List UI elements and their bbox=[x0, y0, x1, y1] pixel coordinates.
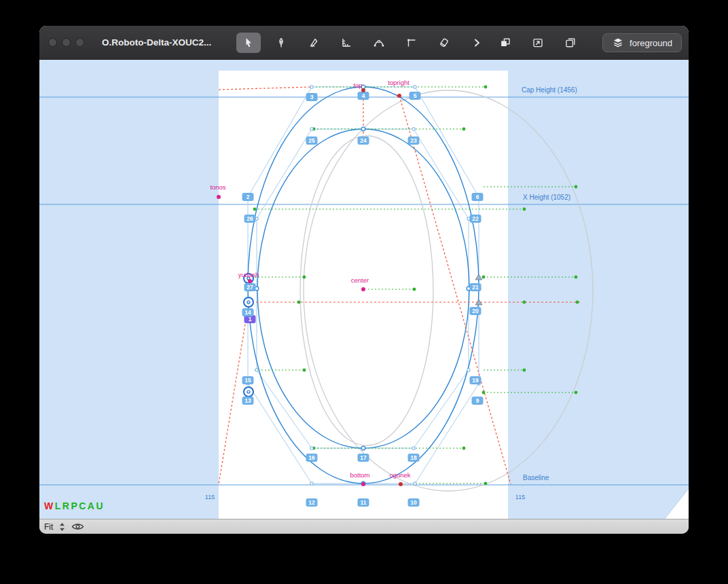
green-dot bbox=[303, 369, 306, 372]
statusbar: Fit bbox=[39, 519, 689, 534]
overlapping-squares-icon bbox=[499, 37, 511, 49]
offcurve-node[interactable] bbox=[310, 482, 313, 485]
point-badge-number: 1 bbox=[249, 316, 252, 323]
tool-group-edit bbox=[236, 33, 489, 53]
point-badge-number: 25 bbox=[308, 137, 315, 144]
green-dot bbox=[462, 128, 466, 131]
point-badge-number: 19 bbox=[472, 377, 479, 384]
green-dot bbox=[575, 276, 578, 279]
watermark-letters: WLRPCAU bbox=[44, 500, 105, 511]
glyph-edit-canvas[interactable]: Cap Height (1456)X Height (1052)Baseline… bbox=[39, 60, 689, 519]
offcurve-node[interactable] bbox=[310, 86, 313, 88]
reshape-tool-button[interactable] bbox=[367, 33, 391, 53]
curve-nodes-icon bbox=[373, 37, 385, 49]
point-badge-number: 26 bbox=[247, 215, 253, 222]
more-tools-button[interactable] bbox=[465, 33, 489, 53]
glyph-canvas-svg[interactable]: Cap Height (1456)X Height (1052)Baseline… bbox=[39, 60, 689, 519]
green-dot bbox=[484, 482, 488, 486]
point-badge-number: 18 bbox=[410, 454, 417, 461]
offcurve-node[interactable] bbox=[255, 369, 258, 371]
point-badge-number: 17 bbox=[360, 454, 367, 461]
point-badge-number: 9 bbox=[476, 397, 479, 404]
anchor-label: top bbox=[353, 81, 362, 89]
point-badge-number: 2 bbox=[247, 194, 250, 200]
zoom-value-label: Fit bbox=[44, 522, 53, 532]
erase-tool-button[interactable] bbox=[432, 33, 456, 53]
layer-selector-label: foreground bbox=[630, 38, 672, 48]
layer-selector[interactable]: foreground bbox=[602, 33, 682, 52]
point-badge-number: 14 bbox=[244, 309, 251, 316]
point-badge-number: 6 bbox=[476, 194, 479, 200]
offcurve-node[interactable] bbox=[467, 369, 470, 371]
point-badge-number: 22 bbox=[472, 215, 479, 222]
oncurve-node[interactable] bbox=[361, 446, 365, 450]
corner-tool-button[interactable] bbox=[399, 33, 424, 53]
chevron-right-icon bbox=[471, 37, 483, 49]
offcurve-node[interactable] bbox=[414, 86, 416, 88]
selected-node-ring[interactable] bbox=[244, 297, 253, 307]
zoom-button[interactable] bbox=[75, 38, 84, 47]
duplicate-panel-button[interactable] bbox=[558, 33, 583, 53]
offcurve-node[interactable] bbox=[414, 482, 416, 485]
green-dot bbox=[575, 185, 578, 189]
anchor-label: bottom bbox=[350, 471, 369, 479]
point-badge-number: 4 bbox=[362, 92, 365, 99]
offcurve-node[interactable] bbox=[310, 447, 313, 450]
stacked-windows-icon bbox=[564, 37, 577, 49]
point-badge-number: 5 bbox=[414, 92, 417, 99]
zoom-selector[interactable]: Fit bbox=[44, 522, 65, 532]
anchor-label: ogonek bbox=[389, 471, 410, 479]
green-dot bbox=[523, 301, 526, 304]
offcurve-node[interactable] bbox=[412, 447, 415, 450]
anchor-dot[interactable] bbox=[361, 482, 365, 486]
sidebearing-value: 115 bbox=[205, 494, 215, 500]
preview-panel-button[interactable] bbox=[526, 33, 550, 53]
ruler-corner-icon bbox=[340, 37, 352, 49]
layers-icon bbox=[612, 37, 624, 49]
tool-group-view bbox=[493, 33, 583, 53]
measure-tool-button[interactable] bbox=[334, 33, 359, 53]
anchor-dot[interactable] bbox=[399, 482, 403, 486]
eraser-icon bbox=[438, 37, 450, 49]
green-dot bbox=[484, 86, 488, 89]
draw-tool-button[interactable] bbox=[269, 33, 293, 53]
anchor-dot[interactable] bbox=[248, 279, 252, 283]
point-badge-number: 20 bbox=[472, 308, 479, 314]
corner-path-icon bbox=[405, 37, 418, 49]
metric-label: Baseline bbox=[523, 474, 549, 481]
anchor-dot[interactable] bbox=[217, 195, 221, 199]
minimize-button[interactable] bbox=[62, 38, 71, 47]
page-fold bbox=[664, 488, 689, 519]
point-badge-number: 11 bbox=[361, 499, 367, 506]
offcurve-node[interactable] bbox=[412, 128, 415, 130]
oncurve-node[interactable] bbox=[361, 127, 365, 131]
green-dot bbox=[482, 391, 486, 395]
green-dot bbox=[297, 301, 301, 304]
green-dot bbox=[303, 276, 306, 279]
green-dot bbox=[482, 276, 486, 279]
close-button[interactable] bbox=[48, 38, 57, 47]
traffic-lights bbox=[48, 38, 84, 47]
point-badge-number: 23 bbox=[410, 137, 417, 144]
point-badge-number: 10 bbox=[410, 499, 417, 506]
app-window: O.Roboto-Delta-XOUC2... bbox=[39, 26, 689, 534]
select-tool-button[interactable] bbox=[236, 33, 261, 53]
selected-node-ring[interactable] bbox=[244, 387, 253, 397]
views-button[interactable] bbox=[493, 33, 517, 53]
point-badge-number: 13 bbox=[244, 397, 251, 404]
knife-icon bbox=[308, 37, 320, 49]
green-dot bbox=[575, 391, 578, 395]
sidebearing-value: 115 bbox=[515, 494, 525, 500]
panel-arrow-icon bbox=[532, 37, 544, 49]
green-dot bbox=[413, 288, 416, 291]
offcurve-node[interactable] bbox=[310, 128, 313, 130]
green-dot bbox=[523, 369, 526, 372]
eye-icon[interactable] bbox=[71, 522, 84, 531]
anchor-label: topright bbox=[388, 79, 410, 86]
point-badge-number: 12 bbox=[308, 499, 315, 506]
knife-tool-button[interactable] bbox=[302, 33, 326, 53]
anchor-dot[interactable] bbox=[361, 287, 365, 291]
metric-label: Cap Height (1456) bbox=[522, 86, 577, 94]
anchor-label: tonos bbox=[210, 183, 225, 191]
anchor-dot[interactable] bbox=[397, 94, 401, 98]
